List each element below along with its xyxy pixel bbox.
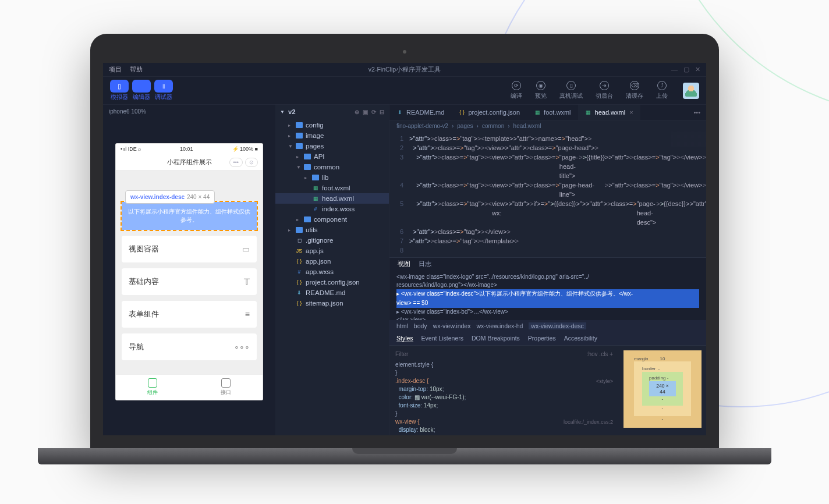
laptop-frame: 项目 帮助 v2-FinClip小程序开发工具 — ▢ ✕ ▯模拟器编辑器⫴调试… <box>90 34 719 464</box>
mode-pill-0[interactable]: ▯ <box>110 80 129 93</box>
new-file-icon[interactable]: ⊕ <box>355 109 359 115</box>
toolbar-真机调试[interactable]: ▯真机调试 <box>559 81 583 100</box>
tab-close-icon[interactable]: × <box>629 109 633 116</box>
window-controls: — ▢ ✕ <box>671 66 700 73</box>
toolbar-切后台[interactable]: ⇥切后台 <box>596 81 613 100</box>
styles-panel[interactable]: Filter :hov .cls + element.style { } .in… <box>389 346 619 435</box>
editor-area: ⬇README.md{ }project.config.json▦foot.wx… <box>389 105 706 435</box>
folder-item[interactable]: ▸config <box>275 120 389 130</box>
app-title: 小程序组件展示 <box>167 158 212 166</box>
file-item[interactable]: #app.wxss <box>275 267 389 277</box>
file-item[interactable]: { }app.json <box>275 256 389 267</box>
folder-item[interactable]: ▸utils <box>275 225 389 235</box>
simulator-panel: iphone6 100% •ııl IDE ⌕ 10:01 ⚡ 100% ■ 小… <box>103 105 275 435</box>
folder-item[interactable]: ▸API <box>275 151 389 162</box>
minimize-icon[interactable]: — <box>671 66 678 73</box>
sim-card[interactable]: 导航∘∘∘ <box>122 333 257 360</box>
file-explorer: ▼ v2 ⊕ ▣ ⟳ ⊟ ▸config▸image▼pages▸API▼com… <box>275 105 389 435</box>
menu-help[interactable]: 帮助 <box>130 65 143 74</box>
elements-tree[interactable]: <wx-image class="index-logo" src="../res… <box>389 271 706 320</box>
folder-item[interactable]: ▸lib <box>275 172 389 183</box>
mode-pill-1[interactable] <box>132 80 151 93</box>
app-menu-icon[interactable]: ••• <box>229 158 243 167</box>
window-title: v2-FinClip小程序开发工具 <box>369 66 441 74</box>
folder-item[interactable]: ▼common <box>275 162 389 172</box>
devtools-panel-tab[interactable]: Properties <box>528 335 556 342</box>
refresh-icon[interactable]: ⟳ <box>371 109 376 115</box>
phone-tab[interactable]: 接口 <box>189 375 263 400</box>
devtools-tab-view[interactable]: 视图 <box>398 260 410 268</box>
main-toolbar: ▯模拟器编辑器⫴调试器 ⟳编译◉预览▯真机调试⇥切后台⌫清缓存⤴上传 <box>103 77 706 105</box>
folder-item[interactable]: ▸component <box>275 214 389 225</box>
close-icon[interactable]: ✕ <box>695 66 700 73</box>
phone-status-time: 10:01 <box>180 146 193 152</box>
app-close-icon[interactable]: ⊙ <box>245 158 258 167</box>
file-item[interactable]: ▦foot.wxml <box>275 183 389 193</box>
phone-status-right: ⚡ 100% ■ <box>232 146 258 152</box>
mode-pill-2[interactable]: ⫴ <box>154 80 173 93</box>
sim-card[interactable]: 视图容器▭ <box>122 236 257 262</box>
file-item[interactable]: JSapp.js <box>275 246 389 256</box>
devtools-tab-log[interactable]: 日志 <box>419 260 431 268</box>
editor-tab[interactable]: ▦head.wxml× <box>578 105 640 120</box>
devtools-panel-tab[interactable]: Styles <box>396 335 413 342</box>
phone-tab[interactable]: 组件 <box>116 375 189 400</box>
maximize-icon[interactable]: ▢ <box>683 66 689 73</box>
file-item[interactable]: { }sitemap.json <box>275 298 389 308</box>
user-avatar[interactable] <box>683 83 699 99</box>
new-folder-icon[interactable]: ▣ <box>363 109 368 115</box>
editor-tab[interactable]: ⬇README.md <box>389 105 451 120</box>
inspected-element[interactable]: 以下将展示小程序官方组件能力、组件样式仅供参考。 <box>122 202 257 230</box>
editor-breadcrumb: fino-applet-demo-v2›pages›common›head.wx… <box>389 120 706 132</box>
inspect-tooltip: wx-view.index-desc240 × 44 <box>125 190 215 204</box>
sim-card[interactable]: 表单组件≡ <box>122 301 257 328</box>
folder-item[interactable]: ▸image <box>275 130 389 141</box>
file-item[interactable]: ◻.gitignore <box>275 235 389 246</box>
toolbar-编译[interactable]: ⟳编译 <box>511 81 522 100</box>
collapse-icon[interactable]: ⊟ <box>380 109 384 115</box>
tab-overflow-icon[interactable]: ••• <box>688 109 706 116</box>
minimap[interactable] <box>671 132 706 257</box>
elements-breadcrumb[interactable]: htmlbodywx-view.indexwx-view.index-hdwx-… <box>389 320 706 332</box>
devtools-panel-tab[interactable]: Accessibility <box>564 335 597 342</box>
devtools-panel-tab[interactable]: DOM Breakpoints <box>472 335 520 342</box>
menu-project[interactable]: 项目 <box>109 65 122 74</box>
file-item[interactable]: { }project.config.json <box>275 277 389 288</box>
sim-card[interactable]: 基础内容𝕋 <box>122 268 257 295</box>
box-model: margin 10 border - padding - 240 × 44 - <box>619 346 706 435</box>
folder-item[interactable]: ▼pages <box>275 141 389 151</box>
ide-screen: 项目 帮助 v2-FinClip小程序开发工具 — ▢ ✕ ▯模拟器编辑器⫴调试… <box>103 63 706 435</box>
file-item[interactable]: ⬇README.md <box>275 288 389 298</box>
phone-frame: •ııl IDE ⌕ 10:01 ⚡ 100% ■ 小程序组件展示 ••• ⊙ <box>116 144 263 400</box>
styles-controls[interactable]: :hov .cls + <box>587 350 613 359</box>
devtools-panel: 视图 日志 <wx-image class="index-logo" src="… <box>389 257 706 435</box>
file-item[interactable]: #index.wxss <box>275 204 389 214</box>
editor-tab[interactable]: { }project.config.json <box>451 105 527 120</box>
phone-status-left: •ııl IDE ⌕ <box>121 146 141 152</box>
explorer-root[interactable]: v2 <box>288 108 296 115</box>
simulator-device: iphone6 100% <box>103 105 275 118</box>
code-editor[interactable]: 1>"attr">>class>=>"tag">><template> >"at… <box>389 132 706 257</box>
toolbar-上传[interactable]: ⤴上传 <box>656 81 668 100</box>
toolbar-清缓存[interactable]: ⌫清缓存 <box>626 81 643 100</box>
camera-dot <box>403 50 406 54</box>
menubar: 项目 帮助 v2-FinClip小程序开发工具 — ▢ ✕ <box>103 63 706 77</box>
toolbar-预览[interactable]: ◉预览 <box>535 81 547 100</box>
devtools-panel-tab[interactable]: Event Listeners <box>421 335 463 342</box>
editor-tab[interactable]: ▦foot.wxml <box>527 105 578 120</box>
styles-filter[interactable]: Filter <box>395 350 408 359</box>
file-item[interactable]: ▦head.wxml <box>275 193 389 204</box>
